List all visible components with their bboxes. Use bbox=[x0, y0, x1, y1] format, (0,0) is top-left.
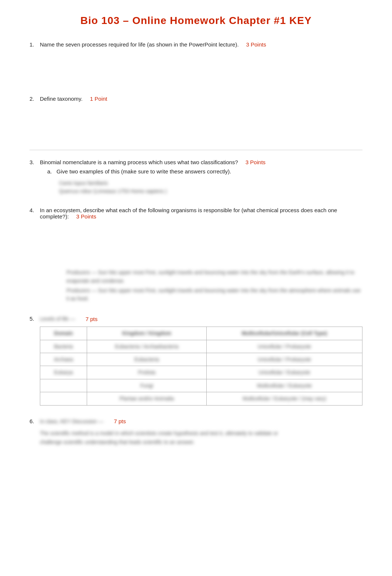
q2-points: 1 Point bbox=[90, 96, 107, 102]
q5-points: 7 pts bbox=[86, 316, 98, 322]
q6-text: In class, KEY Discussion — bbox=[40, 417, 103, 425]
q4-points: 3 Points bbox=[76, 213, 96, 220]
q4-answer-blurred: Producers — Sun hits upper most First, s… bbox=[66, 268, 362, 285]
q6-points: 7 pts bbox=[114, 418, 126, 424]
q2-answer-area bbox=[40, 105, 362, 138]
q1-number: 1. bbox=[30, 41, 40, 48]
q3-text: Binomial nomenclature is a naming proces… bbox=[40, 159, 238, 165]
q3-sub-a: a. Give two examples of this (make sure … bbox=[47, 168, 362, 176]
q5-table-container: Domain Kingdom / Kingdom Multicellular/U… bbox=[40, 327, 362, 405]
q5-text: Levels of life — bbox=[40, 315, 75, 323]
q6-answer-blurred: The scientific method is a model in whic… bbox=[40, 429, 291, 447]
col-domain: Domain bbox=[40, 327, 87, 340]
page-title: Bio 103 – Online Homework Chapter #1 KEY bbox=[30, 15, 362, 27]
table-row: Plantae and/or Animalia Multicellular / … bbox=[40, 392, 362, 405]
q3-answer-blurred-1: Canis lupus familiaris bbox=[59, 179, 362, 187]
q4-answer-area bbox=[40, 223, 362, 267]
question-2: 2. Define taxonomy. 1 Point bbox=[30, 96, 362, 138]
table-row: Eukarya Protista Unicellular / Eukaryote bbox=[40, 366, 362, 379]
table-row: Fungi Multicellular / Eukaryote bbox=[40, 379, 362, 392]
q5-number: 5. bbox=[30, 315, 40, 322]
q3-answer-blurred-2: Quercus robur (Linneaus 1753 Homo sapien… bbox=[59, 187, 362, 195]
q6-number: 6. bbox=[30, 418, 40, 424]
question-5: 5. Levels of life — 7 pts Domain Kingdom… bbox=[30, 315, 362, 406]
q2-text: Define taxonomy. bbox=[40, 96, 83, 102]
q1-points: 3 Points bbox=[246, 41, 266, 48]
q3-number: 3. bbox=[30, 159, 40, 165]
q1-text: Name the seven processes required for li… bbox=[40, 41, 239, 48]
q4-answer-detail: Producers — Sun hits upper most First, s… bbox=[66, 286, 362, 303]
question-3: 3. Binomial nomenclature is a naming pro… bbox=[30, 159, 362, 195]
question-4: 4. In an ecosystem, describe what each o… bbox=[30, 207, 362, 303]
divider-2-3 bbox=[30, 150, 362, 150]
q3-points: 3 Points bbox=[245, 159, 265, 165]
q2-number: 2. bbox=[30, 96, 40, 102]
col-cell: Multicellular/Unicellular (Cell Type) bbox=[206, 327, 362, 340]
question-1: 1. Name the seven processes required for… bbox=[30, 41, 362, 84]
table-row: Archaea Eubacteria Unicellular / Prokary… bbox=[40, 353, 362, 366]
question-6: 6. In class, KEY Discussion — 7 pts The … bbox=[30, 417, 362, 447]
col-kingdom: Kingdom / Kingdom bbox=[87, 327, 206, 340]
q5-table: Domain Kingdom / Kingdom Multicellular/U… bbox=[40, 327, 362, 405]
table-row: Bacteria Eubacteria / Archaebacteria Uni… bbox=[40, 340, 362, 353]
q1-answer-area bbox=[40, 51, 362, 84]
q4-number: 4. bbox=[30, 207, 40, 213]
